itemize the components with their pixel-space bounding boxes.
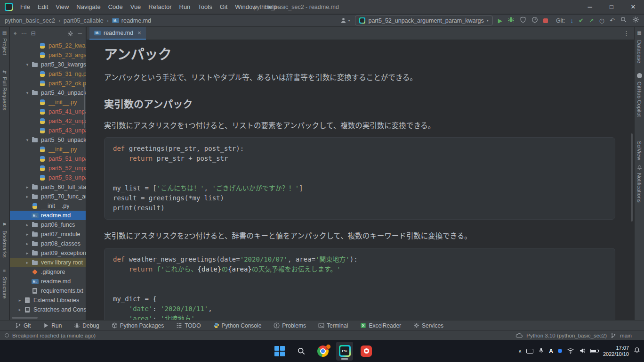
menu-code[interactable]: Code — [105, 1, 127, 12]
tree-item[interactable]: part5_52_unpack_ar — [10, 164, 86, 173]
menu-edit[interactable]: Edit — [34, 1, 52, 12]
tree-item[interactable]: .gitignore — [10, 267, 86, 277]
layout-icon[interactable]: ▦ — [635, 30, 644, 35]
pull-requests-icon[interactable]: ⇆ — [0, 69, 9, 74]
toolwindow-services[interactable]: Services — [413, 322, 443, 329]
menu-refactor[interactable]: Refactor — [145, 1, 175, 12]
toolwindow-debug[interactable]: Debug — [74, 322, 99, 329]
stripe-notifications[interactable]: Notifications — [636, 173, 642, 203]
tree-item[interactable]: part5_53_unpack_ar — [10, 173, 86, 182]
tab-options-icon[interactable]: ⋮ — [623, 30, 634, 37]
tree-item[interactable]: ▾part5_50_unpack_argum — [10, 135, 86, 145]
tree-horizontal-scrollbar[interactable] — [12, 317, 38, 319]
chevron-right-icon[interactable]: ▸ — [16, 307, 23, 312]
menu-git[interactable]: Git — [216, 1, 232, 12]
tree-item[interactable]: __init__.py — [10, 98, 86, 107]
stripe-sciview[interactable]: SciView — [636, 141, 642, 160]
tree-vertical-scrollbar[interactable] — [84, 83, 85, 128]
more-options-icon[interactable]: ⋯ — [21, 31, 27, 36]
start-button[interactable] — [271, 342, 288, 361]
chevron-right-icon[interactable]: ▸ — [16, 298, 23, 303]
locate-file-icon[interactable]: ⌖ — [14, 31, 17, 36]
chevron-down-icon[interactable]: ▾ — [24, 90, 31, 95]
debug-button[interactable] — [507, 16, 515, 25]
menu-tools[interactable]: Tools — [194, 1, 216, 12]
tree-item[interactable]: __init__.py — [10, 145, 86, 154]
stripe-bookmarks[interactable]: Bookmarks — [2, 230, 8, 258]
tree-item[interactable]: part5_51_unpack_ar — [10, 154, 86, 164]
run-configuration-select[interactable]: part5_52_unpack_argument_param_kwargs ▾ — [355, 16, 492, 25]
tree-item[interactable]: part5_41_unpack_pa — [10, 107, 86, 116]
chevron-right-icon[interactable]: ▸ — [24, 232, 31, 237]
code-with-me-user-icon[interactable]: ▾ — [340, 17, 350, 24]
bookmarks-icon[interactable]: ⚑ — [0, 222, 9, 227]
interpreter-label[interactable]: Python 3.10 (python_basic_sec2) — [526, 333, 607, 338]
chevron-right-icon[interactable]: ▸ — [24, 222, 31, 227]
red-app-button[interactable] — [358, 342, 375, 361]
tree-item[interactable]: ▾part5_40_unpack_param — [10, 88, 86, 98]
menu-navigate[interactable]: Navigate — [72, 1, 104, 12]
rollback-button[interactable]: ↶ — [610, 17, 615, 24]
hide-panel-icon[interactable]: ─ — [78, 31, 82, 36]
git-branch-label[interactable]: main — [620, 333, 632, 338]
chevron-right-icon[interactable]: ▸ — [24, 194, 31, 199]
search-everywhere-button[interactable] — [620, 16, 627, 25]
run-button[interactable]: ▶ — [498, 17, 502, 24]
tray-expand-icon[interactable]: ∧ — [518, 348, 522, 354]
stripe-pull-requests[interactable]: Pull Requests — [2, 77, 8, 110]
close-button[interactable]: ✕ — [622, 0, 644, 14]
tree-item[interactable]: ▸part5_70_func_as_arg — [10, 192, 86, 201]
settings-gear-icon[interactable] — [632, 16, 639, 25]
history-button[interactable]: ◷ — [599, 17, 604, 24]
git-push-button[interactable]: ↗ — [589, 17, 594, 24]
toolwindow-git[interactable]: Git — [15, 322, 31, 329]
git-update-button[interactable]: ↓ — [570, 17, 573, 24]
tree-item[interactable]: readme.md — [10, 211, 86, 220]
stripe-project[interactable]: Project — [2, 38, 8, 55]
breadcrumb-file[interactable]: readme.md — [112, 17, 151, 24]
tree-item[interactable]: part5_43_unpack_pa — [10, 126, 86, 135]
toolwindow-problems[interactable]: Problems — [274, 322, 306, 329]
notifications-bell-icon[interactable] — [634, 347, 640, 355]
toolwindow-terminal[interactable]: Terminal — [318, 322, 348, 329]
taskbar-clock[interactable]: 17:07 2022/10/10 — [603, 345, 629, 357]
toolwindow-python-packages[interactable]: Python Packages — [112, 322, 164, 329]
chevron-right-icon[interactable]: ▸ — [24, 251, 31, 255]
coverage-button[interactable] — [520, 16, 526, 25]
collapse-all-icon[interactable]: ⊟ — [31, 31, 36, 36]
battery-icon[interactable] — [590, 349, 598, 353]
profiler-button[interactable] — [531, 16, 538, 25]
tree-item[interactable]: part5_23_args_kwarg — [10, 50, 86, 60]
chevron-right-icon[interactable]: ▸ — [24, 260, 31, 265]
tree-item[interactable]: __init__.py — [10, 201, 86, 211]
tree-item[interactable]: ▸External Libraries — [10, 296, 86, 305]
stripe-github-copilot[interactable]: GitHub Copilot — [636, 82, 642, 117]
breadcrumb-project[interactable]: python_basic_sec2 — [5, 17, 55, 24]
stripe-structure[interactable]: Structure — [2, 277, 8, 299]
menu-view[interactable]: View — [52, 1, 72, 12]
structure-icon[interactable]: ≡ — [0, 268, 9, 273]
tree-item[interactable]: ▸part09_exceptions — [10, 248, 86, 258]
tree-item[interactable]: ▾part5_30_kwargs_default — [10, 60, 86, 69]
touch-keyboard-icon[interactable] — [526, 349, 533, 354]
tree-item[interactable]: ▸part08_classes — [10, 239, 86, 248]
pycharm-button[interactable] — [336, 342, 353, 361]
microphone-icon[interactable] — [538, 347, 544, 355]
ime-mode-indicator[interactable]: A — [549, 348, 553, 354]
close-tab-icon[interactable]: × — [137, 29, 141, 36]
chrome-button[interactable] — [314, 342, 331, 361]
menu-run[interactable]: Run — [176, 1, 194, 12]
minimize-button[interactable]: ─ — [579, 0, 601, 14]
chevron-right-icon[interactable]: ▸ — [24, 241, 31, 246]
panel-settings-gear-icon[interactable] — [67, 31, 73, 37]
toolwindow-python-console[interactable]: Python Console — [213, 322, 262, 329]
toolwindow-excelreader[interactable]: ExcelReader — [360, 322, 401, 329]
git-commit-button[interactable]: ✔ — [579, 17, 584, 24]
volume-icon[interactable] — [579, 347, 586, 355]
tree-item[interactable]: requirements.txt — [10, 286, 86, 296]
taskbar-search-button[interactable] — [293, 342, 310, 361]
chevron-down-icon[interactable]: ▾ — [24, 138, 31, 142]
stop-button[interactable] — [543, 18, 548, 23]
github-copilot-icon[interactable] — [635, 73, 644, 79]
stripe-database[interactable]: Database — [636, 40, 642, 63]
